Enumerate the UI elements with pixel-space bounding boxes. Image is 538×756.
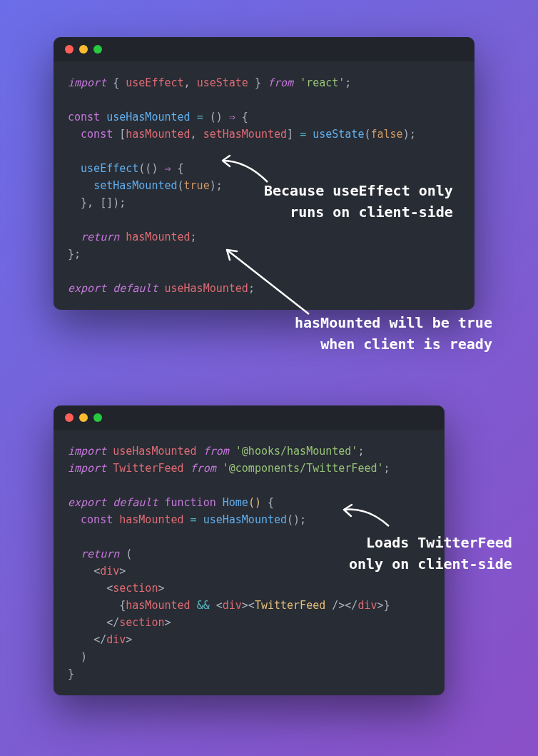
titlebar	[54, 405, 445, 430]
code-window-1: import { useEffect, useState } from 'rea…	[54, 37, 474, 310]
close-icon	[65, 45, 73, 54]
annotation-text: hasMounted will be true	[295, 314, 492, 331]
code-window-2: import useHasMounted from '@hooks/hasMou…	[54, 405, 445, 695]
annotation-hasmounted: hasMounted will be true when client is r…	[295, 312, 492, 355]
minimize-icon	[79, 413, 88, 422]
code-block-2: import useHasMounted from '@hooks/hasMou…	[54, 430, 445, 695]
code-block-1: import { useEffect, useState } from 'rea…	[54, 61, 474, 310]
maximize-icon	[93, 45, 102, 54]
maximize-icon	[93, 413, 102, 422]
annotation-text: when client is ready	[320, 336, 492, 353]
minimize-icon	[79, 45, 88, 54]
close-icon	[65, 413, 73, 422]
titlebar	[54, 37, 474, 61]
